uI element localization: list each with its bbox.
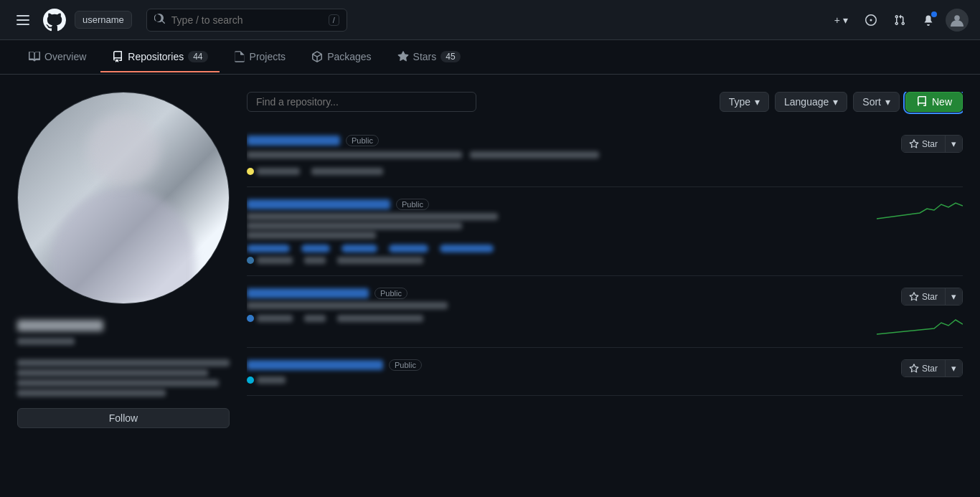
- avatar-image: [18, 93, 229, 303]
- star-outline-icon: [909, 292, 919, 302]
- pull-requests-button[interactable]: [888, 9, 911, 32]
- follow-button[interactable]: Follow: [17, 408, 230, 428]
- repository-list: Public: [247, 123, 963, 480]
- search-icon: [154, 13, 166, 27]
- repo-tag-3: [341, 245, 377, 252]
- star-button-group: Star ▾: [901, 135, 963, 153]
- profile-avatar-large: [17, 92, 230, 304]
- search-bar: /: [146, 9, 347, 32]
- star-dropdown-chevron-icon: ▾: [951, 363, 956, 374]
- repositories-panel: Type ▾ Language ▾ Sort ▾ New: [247, 92, 963, 480]
- star-dropdown-chevron-icon: ▾: [951, 291, 956, 302]
- table-row: Public: [247, 276, 963, 348]
- repo-visibility-badge: Public: [374, 288, 407, 299]
- tab-repositories[interactable]: Repositories 44: [100, 42, 219, 72]
- star-label: Star: [922, 139, 938, 149]
- star-dropdown-button[interactable]: ▾: [945, 136, 962, 152]
- plus-icon: +: [834, 14, 840, 26]
- star-button[interactable]: Star: [902, 136, 945, 152]
- repo-actions: Star ▾: [901, 135, 963, 153]
- tab-projects-label: Projects: [250, 51, 286, 62]
- language-name: [257, 168, 300, 175]
- star-label: Star: [922, 364, 938, 374]
- repo-tag-1: [247, 245, 290, 252]
- username-display[interactable]: username: [75, 11, 132, 29]
- repo-stars-count: [304, 257, 326, 264]
- tab-packages-label: Packages: [327, 51, 371, 62]
- notifications-button[interactable]: [917, 9, 940, 32]
- notification-dot: [931, 11, 937, 17]
- new-repository-button[interactable]: New: [905, 92, 963, 112]
- language-filter-button[interactable]: Language ▾: [775, 92, 847, 112]
- repo-language: [247, 168, 300, 175]
- star-button[interactable]: Star: [902, 288, 945, 305]
- repos-header: Type ▾ Language ▾ Sort ▾ New: [247, 92, 963, 112]
- profile-sidebar: Follow: [17, 92, 230, 480]
- star-icon: [397, 51, 409, 62]
- tab-overview[interactable]: Overview: [17, 42, 98, 72]
- circle-dot-icon: [865, 14, 877, 26]
- repo-tag-4: [389, 245, 428, 252]
- repo-visibility-badge: Public: [346, 135, 379, 146]
- repo-meta: [247, 245, 865, 252]
- book-icon: [29, 51, 40, 62]
- hamburger-menu-button[interactable]: [11, 9, 34, 32]
- sort-button[interactable]: Sort ▾: [853, 92, 900, 112]
- language-color-dot: [247, 168, 254, 175]
- star-outline-icon: [909, 364, 919, 374]
- profile-navigation: Overview Repositories 44 Projects Packag…: [0, 40, 980, 75]
- star-dropdown-button[interactable]: ▾: [945, 288, 962, 305]
- language-name: [257, 377, 286, 384]
- repo-new-icon: [916, 96, 928, 108]
- repo-meta-bottom: [247, 257, 865, 264]
- sort-label: Sort: [862, 96, 881, 108]
- tab-projects[interactable]: Projects: [222, 42, 298, 72]
- top-navigation: username / + ▾: [0, 0, 980, 40]
- repo-description: [247, 302, 865, 309]
- repo-meta-bottom: [247, 315, 865, 322]
- repo-tag-5: [440, 245, 494, 252]
- repo-actions: [877, 199, 963, 220]
- github-logo-icon[interactable]: [43, 9, 66, 32]
- issues-button[interactable]: [859, 9, 882, 32]
- repo-updated: [337, 315, 423, 322]
- star-dropdown-chevron-icon: ▾: [951, 138, 956, 149]
- tab-repositories-label: Repositories: [128, 51, 184, 62]
- table-row: Public: [247, 123, 963, 187]
- repo-updated: [337, 257, 423, 264]
- repo-info: Public: [247, 199, 865, 264]
- star-button[interactable]: Star: [902, 360, 945, 377]
- main-content: Follow Type ▾ Language ▾ Sort ▾: [0, 75, 980, 497]
- language-name: [257, 257, 293, 264]
- language-color-dot: [247, 315, 254, 322]
- tab-stars[interactable]: Stars 45: [386, 42, 472, 72]
- svg-point-0: [954, 15, 960, 21]
- tab-packages[interactable]: Packages: [300, 42, 382, 72]
- project-icon: [234, 51, 245, 62]
- username-handle: [17, 335, 230, 348]
- new-item-button[interactable]: + ▾: [829, 11, 854, 29]
- star-dropdown-button[interactable]: ▾: [945, 360, 962, 377]
- nav-actions: + ▾: [829, 9, 969, 32]
- type-filter-button[interactable]: Type ▾: [720, 92, 769, 112]
- repo-meta: [247, 168, 890, 175]
- repo-actions: Star ▾: [877, 288, 963, 336]
- type-label: Type: [729, 96, 750, 108]
- repo-actions: Star ▾: [901, 359, 963, 377]
- repo-tag-2: [301, 245, 330, 252]
- activity-chart: [877, 314, 963, 336]
- table-row: Public: [247, 187, 963, 276]
- star-button-group: Star ▾: [901, 288, 963, 306]
- sort-chevron-icon: ▾: [885, 96, 890, 108]
- user-avatar[interactable]: [946, 9, 969, 32]
- hamburger-icon: [14, 12, 32, 28]
- language-label: Language: [784, 96, 829, 108]
- language-name: [257, 315, 293, 322]
- repo-description: [247, 149, 890, 162]
- search-input[interactable]: [171, 14, 323, 26]
- repo-stars-count: [304, 315, 326, 322]
- user-name: [17, 316, 230, 348]
- find-repository-input[interactable]: [247, 92, 476, 112]
- repo-language: [247, 257, 293, 264]
- star-button-group: Star ▾: [901, 359, 963, 377]
